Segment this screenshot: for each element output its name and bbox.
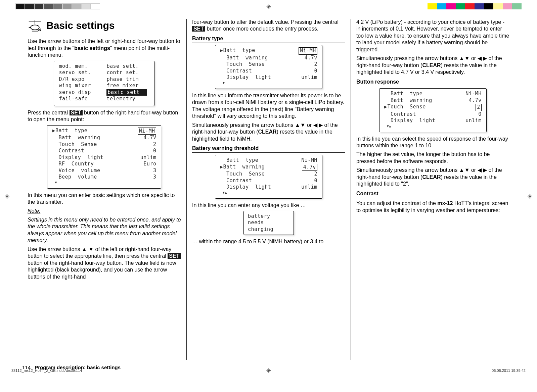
print-date: 06.06.2011 19:39:42 (492, 369, 526, 373)
registration-mark-icon: ◈ (266, 3, 271, 10)
body-text: 4.2 V (LiPo battery) - according to your… (356, 19, 509, 53)
registration-mark-icon: ◈ (528, 192, 532, 200)
scroll-icon: ▼▲ (387, 124, 482, 129)
body-text: In this line you inform the transmitter … (192, 92, 345, 120)
set-button-label: SET (70, 110, 83, 115)
body-text: Simultaneously pressing the arrow button… (356, 167, 509, 187)
print-footer: 33112_mx12_HoTT_2_GB.indd Abs39:114 06.0… (11, 367, 526, 373)
scroll-icon: ▼▲ (223, 191, 317, 195)
body-text: … within the range 4.5 to 5.5 V (NiMH ba… (192, 238, 345, 245)
column-2: four-way button to alter the default val… (186, 19, 351, 360)
section-heading: Battery type (192, 35, 345, 43)
section-heading: Battery warning threshold (192, 145, 345, 153)
color-swatches (428, 3, 522, 9)
body-text: four-way button to alter the default val… (192, 19, 345, 33)
lcd-button-response: Batt typeNi-MH Batt warning4.7v ▶Touch S… (379, 88, 487, 132)
body-text: Use the arrow buttons ▲ ▼ of the left or… (28, 246, 181, 280)
registration-mark-icon: ◈ (5, 192, 9, 200)
body-text: The higher the set value, the longer the… (356, 151, 509, 165)
section-heading: Contrast (356, 190, 509, 198)
body-text: Simultaneously pressing the arrow button… (192, 122, 345, 142)
body-text: In this menu you can enter basic setting… (28, 192, 181, 206)
lcd-battery-warning: Batt typeNi-MH ▶Batt warning4.7v Touch S… (215, 155, 322, 198)
file-info: 33112_mx12_HoTT_2_GB.indd Abs39:114 (11, 369, 82, 373)
note-label: Note: (28, 208, 181, 214)
body-text: In this line you can enter any voltage y… (192, 202, 345, 209)
column-3: 4.2 V (LiPo battery) - according to your… (351, 19, 515, 360)
note-text: Settings in this menu only need to be en… (28, 216, 181, 244)
body-text: You can adjust the contrast of the mx-12… (356, 200, 509, 214)
svg-point-2 (31, 25, 39, 30)
body-text: Simultaneously pressing the arrow button… (356, 55, 509, 76)
section-heading: Button response (356, 79, 509, 86)
scroll-down-icon: ▼ (55, 181, 156, 185)
column-1: Basic settings Use the arrow buttons of … (22, 19, 186, 360)
page-content: Basic settings Use the arrow buttons of … (22, 19, 515, 360)
page-title: Basic settings (46, 19, 115, 32)
helicopter-icon (28, 19, 42, 35)
scroll-down-icon: ▼ (223, 81, 317, 85)
lcd-menu-grid: mod. mem.base sett. servo set.contr set.… (54, 61, 154, 106)
body-text: In this line you can select the speed of… (356, 136, 509, 149)
body-text: Press the central SET button of the righ… (28, 109, 181, 123)
body-text: Use the arrow buttons of the left or rig… (28, 38, 181, 58)
set-button-label: SET (192, 26, 205, 32)
set-button-label: SET (168, 253, 181, 259)
grayscale-swatches (15, 3, 100, 9)
lcd-charging-message: battery needs charging (243, 211, 294, 235)
selected-menu-item: basic sett (106, 89, 147, 96)
lcd-battery-type: ▶Batt typeNi-MH Batt warning4.7v Touch S… (215, 45, 322, 89)
print-marks: ◈ (0, 2, 537, 10)
lcd-settings-list: ▶Batt typeNi-MH Batt warning4.7V Touch S… (47, 125, 161, 189)
